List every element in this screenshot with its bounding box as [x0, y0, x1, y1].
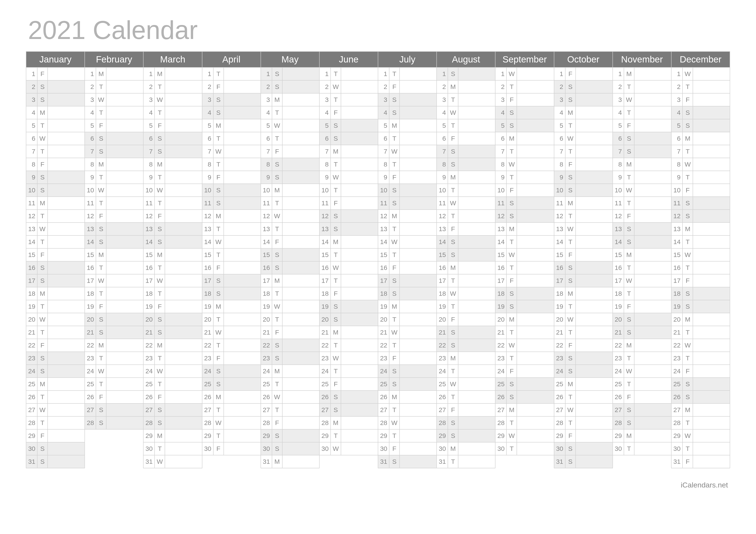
day-number: 10	[261, 184, 272, 196]
day-row: 17T	[437, 274, 495, 287]
day-number: 15	[613, 249, 624, 261]
month-header: October	[554, 51, 612, 68]
day-number: 10	[320, 184, 331, 196]
day-row: 21S	[85, 326, 143, 339]
day-note-space	[224, 287, 260, 300]
day-number: 19	[378, 300, 390, 313]
day-number: 5	[613, 119, 624, 132]
day-number: 26	[378, 391, 390, 403]
day-row: 11M	[554, 197, 612, 210]
day-row: 26F	[613, 391, 671, 404]
day-of-week: M	[272, 93, 283, 106]
day-of-week: T	[331, 274, 341, 287]
day-of-week: M	[390, 119, 400, 132]
day-of-week: S	[214, 184, 224, 196]
day-note-space	[400, 326, 436, 339]
day-number: 7	[144, 145, 155, 158]
day-note-space	[458, 197, 495, 209]
day-row: 19F	[85, 300, 143, 313]
day-row: 5S	[671, 119, 730, 132]
day-row: 25W	[437, 378, 495, 391]
day-of-week: T	[96, 287, 106, 300]
day-row: 18F	[320, 287, 378, 300]
day-note-space	[341, 287, 378, 300]
day-of-week: F	[390, 81, 400, 93]
day-number: 23	[261, 352, 272, 365]
day-row: 30F	[378, 443, 436, 455]
day-of-week: W	[214, 145, 224, 158]
day-number: 21	[320, 326, 331, 339]
day-note-space	[458, 210, 495, 222]
day-number: 27	[202, 404, 214, 416]
day-row: 9S	[261, 171, 319, 184]
day-of-week: S	[155, 236, 165, 248]
day-note-space	[400, 119, 436, 132]
day-note-space	[400, 210, 436, 222]
day-row: 31S	[378, 455, 436, 468]
day-row: 15M	[613, 249, 671, 262]
day-of-week: T	[448, 184, 458, 196]
day-of-week: F	[507, 93, 517, 106]
day-note-space	[517, 81, 554, 93]
day-number: 8	[613, 158, 624, 171]
day-of-week: T	[448, 455, 458, 468]
day-of-week: T	[155, 197, 165, 209]
day-of-week: F	[507, 365, 517, 377]
day-note-space	[165, 417, 202, 429]
day-number: 25	[496, 378, 507, 390]
day-of-week: W	[272, 300, 283, 313]
day-row: 11T	[144, 197, 202, 210]
day-row: 8F	[26, 158, 85, 171]
day-of-week: S	[565, 455, 576, 468]
day-of-week: S	[683, 300, 693, 313]
day-note-space	[634, 404, 671, 416]
day-number: 23	[496, 352, 507, 365]
day-row: 5W	[261, 119, 319, 132]
day-number: 1	[496, 68, 507, 80]
day-row: 12S	[496, 210, 554, 223]
day-note-space	[48, 132, 85, 145]
day-number: 4	[261, 106, 272, 119]
day-number: 18	[554, 287, 565, 300]
day-number: 18	[26, 287, 38, 300]
day-number: 19	[613, 300, 624, 313]
month-header: January	[26, 51, 85, 68]
day-note-space	[400, 300, 436, 313]
day-number: 8	[378, 158, 390, 171]
day-row: 17S	[554, 274, 612, 287]
day-of-week: S	[448, 326, 458, 339]
day-number: 11	[613, 197, 624, 209]
day-note-space	[106, 171, 143, 184]
day-number: 9	[202, 171, 214, 184]
day-row: 16M	[437, 262, 495, 274]
day-of-week: M	[38, 106, 48, 119]
day-note-space	[224, 119, 260, 132]
month-header: March	[144, 51, 202, 68]
day-of-week: S	[155, 145, 165, 158]
day-row: 22S	[261, 339, 319, 352]
day-note-space	[48, 106, 85, 119]
day-of-week: S	[331, 119, 341, 132]
day-row: 2T	[144, 81, 202, 93]
day-number: 4	[85, 106, 96, 119]
day-of-week: S	[38, 93, 48, 106]
day-row: 4T	[85, 106, 143, 119]
day-number: 16	[85, 262, 96, 274]
day-row: 24S	[554, 365, 612, 378]
day-of-week: F	[507, 274, 517, 287]
day-number: 29	[320, 429, 331, 442]
day-of-week: F	[390, 443, 400, 455]
day-note-space	[693, 145, 730, 158]
day-row: 4S	[671, 106, 730, 119]
day-of-week: W	[390, 236, 400, 248]
day-note-space	[165, 132, 202, 145]
day-row: 15M	[144, 249, 202, 262]
day-number: 26	[320, 391, 331, 403]
month-column: September1W2T3F4S5S6M7T8W9T10F11S12S13M1…	[496, 51, 554, 468]
day-of-week: W	[565, 223, 576, 235]
day-row: 17S	[202, 274, 260, 287]
day-note-space	[341, 106, 378, 119]
day-row: 26S	[320, 391, 378, 404]
day-of-week: M	[507, 223, 517, 235]
day-number: 3	[261, 93, 272, 106]
